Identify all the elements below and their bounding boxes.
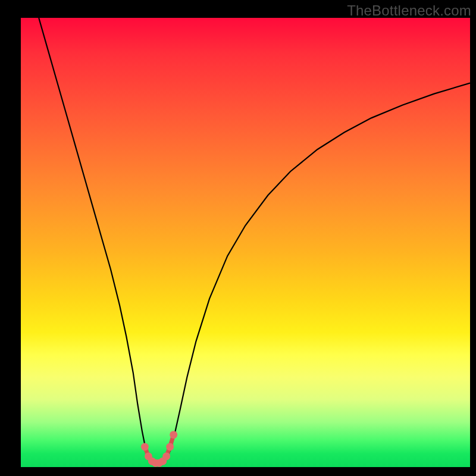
marker-dot xyxy=(166,443,174,451)
chart-frame: TheBottleneck.com xyxy=(0,0,476,476)
watermark-text: TheBottleneck.com xyxy=(347,2,471,19)
marker-dot xyxy=(170,431,177,439)
marker-dot xyxy=(162,452,170,460)
bottleneck-svg xyxy=(21,18,470,467)
highlight-markers-dots xyxy=(141,431,177,467)
bottleneck-curve xyxy=(39,18,470,464)
plot-area xyxy=(21,18,470,467)
marker-dot xyxy=(141,443,149,451)
